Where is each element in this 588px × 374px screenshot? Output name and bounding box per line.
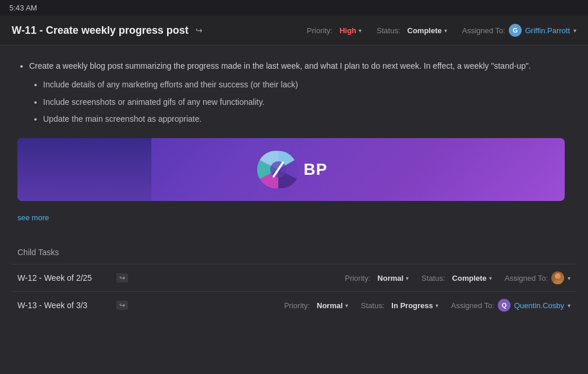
sub-bullet-3-text: Update the main screenshot as appropriat… (43, 114, 201, 124)
banner-image: BP (17, 138, 565, 201)
child-status-label-w12: Status: (421, 274, 445, 283)
table-row: W-12 - Week of 2/25 ↪ Priority: Normal ▾… (12, 264, 576, 291)
child-status-meta-w12: Status: Complete ▾ (421, 273, 495, 284)
child-assigned-name-w13[interactable]: Quentin.Cosby (514, 301, 564, 310)
priority-meta: Priority: High ▾ (307, 25, 365, 36)
bp-logo-svg (255, 146, 302, 193)
child-priority-chevron-w12: ▾ (406, 275, 409, 281)
task-header: W-11 - Create weekly progress post ↪ Pri… (0, 16, 588, 45)
status-chevron: ▾ (444, 27, 447, 34)
child-assigned-chevron-w13[interactable]: ▾ (568, 302, 571, 309)
svg-point-3 (553, 280, 562, 284)
main-bullet-text: Create a weekly blog post summarizing th… (29, 61, 531, 70)
child-status-value-w12: Complete (452, 274, 487, 283)
banner-bg-left (17, 138, 151, 201)
child-priority-meta-w12: Priority: Normal ▾ (345, 273, 412, 284)
sub-bullet-1: Include details of any marketing efforts… (43, 78, 571, 92)
avatar-letter: G (513, 27, 518, 34)
child-avatar-w13: Q (498, 299, 511, 312)
task-title: W-11 - Create weekly progress post (12, 24, 189, 37)
child-status-meta-w13: Status: In Progress ▾ (361, 300, 442, 311)
child-priority-value-w13: Normal (317, 301, 343, 310)
status-meta: Status: Complete ▾ (377, 25, 451, 36)
assigned-label: Assigned To: (462, 26, 505, 35)
child-priority-meta-w13: Priority: Normal ▾ (284, 300, 352, 311)
priority-badge[interactable]: High ▾ (336, 25, 365, 36)
see-more-link[interactable]: see more (17, 213, 49, 222)
status-badge[interactable]: Complete ▾ (404, 25, 451, 36)
child-avatar-letter-w13: Q (502, 302, 507, 309)
child-task-redirect-w13[interactable]: ↪ (116, 301, 128, 310)
child-status-chevron-w12: ▾ (489, 275, 492, 281)
child-assigned-meta-w12: Assigned To: ▾ (505, 271, 571, 284)
svg-point-2 (555, 273, 561, 279)
child-priority-badge-w13[interactable]: Normal ▾ (313, 300, 352, 311)
assigned-avatar: G (509, 24, 522, 37)
banner-logo: BP (255, 146, 328, 193)
child-task-meta-w12: Priority: Normal ▾ Status: Complete ▾ As… (345, 271, 571, 284)
child-avatar-w12 (551, 271, 564, 284)
child-assigned-meta-w13: Assigned To: Q Quentin.Cosby ▾ (451, 299, 571, 312)
assigned-name[interactable]: Griffin.Parrott (525, 26, 570, 35)
child-tasks-label: Child Tasks (12, 248, 576, 257)
child-task-redirect-w12[interactable]: ↪ (116, 273, 128, 283)
banner-bp-text: BP (304, 160, 328, 179)
content-list: Create a weekly blog post summarizing th… (17, 59, 571, 126)
child-assigned-label-w13: Assigned To: (451, 301, 494, 310)
child-status-label-w13: Status: (361, 301, 384, 310)
priority-value: High (339, 26, 356, 35)
child-priority-label-w12: Priority: (345, 274, 370, 283)
sub-bullet-3: Update the main screenshot as appropriat… (43, 112, 571, 126)
child-status-badge-w13[interactable]: In Progress ▾ (388, 300, 442, 311)
assigned-meta: Assigned To: G Griffin.Parrott ▾ (462, 24, 576, 37)
child-assigned-chevron-w12[interactable]: ▾ (568, 275, 571, 281)
avatar-photo-svg (551, 271, 564, 284)
sub-bullet-2: Include screenshots or animated gifs of … (43, 96, 571, 110)
child-status-value-w13: In Progress (391, 301, 433, 310)
child-task-meta-w13: Priority: Normal ▾ Status: In Progress ▾… (284, 299, 571, 312)
child-priority-label-w13: Priority: (284, 301, 310, 310)
child-priority-value-w12: Normal (377, 274, 403, 283)
child-assigned-label-w12: Assigned To: (505, 274, 548, 283)
main-content: Create a weekly blog post summarizing th… (0, 45, 588, 248)
task-redirect-icon[interactable]: ↪ (196, 26, 203, 35)
header-meta: Priority: High ▾ Status: Complete ▾ Assi… (307, 24, 576, 37)
child-task-name-w12: W-12 - Week of 2/25 (17, 273, 111, 283)
top-bar: 5:43 AM (0, 0, 588, 16)
child-tasks-section: Child Tasks W-12 - Week of 2/25 ↪ Priori… (0, 248, 588, 319)
status-label: Status: (377, 26, 400, 35)
child-status-chevron-w13: ▾ (435, 302, 438, 309)
main-bullet-item: Create a weekly blog post summarizing th… (29, 59, 571, 126)
status-value: Complete (408, 26, 442, 35)
sub-bullet-2-text: Include screenshots or animated gifs of … (43, 97, 264, 107)
sub-bullet-1-text: Include details of any marketing efforts… (43, 80, 298, 89)
child-status-badge-w12[interactable]: Complete ▾ (449, 273, 495, 284)
child-priority-badge-w12[interactable]: Normal ▾ (374, 273, 412, 284)
table-row: W-13 - Week of 3/3 ↪ Priority: Normal ▾ … (12, 291, 576, 319)
sub-bullet-list: Include details of any marketing efforts… (29, 78, 571, 126)
child-priority-chevron-w13: ▾ (345, 302, 348, 309)
time-display: 5:43 AM (9, 3, 37, 12)
priority-chevron: ▾ (359, 27, 362, 34)
assigned-chevron[interactable]: ▾ (573, 27, 576, 34)
child-task-name-w13: W-13 - Week of 3/3 (17, 301, 111, 310)
priority-label: Priority: (307, 26, 332, 35)
